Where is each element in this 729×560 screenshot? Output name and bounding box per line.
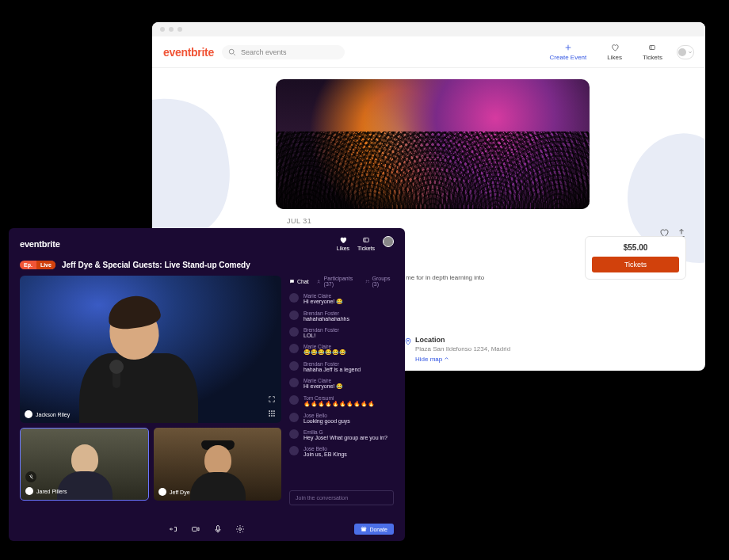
video-icon <box>191 524 200 534</box>
participant-video[interactable]: Jared Pillers <box>20 428 149 501</box>
svg-point-15 <box>368 280 368 281</box>
camera-button[interactable] <box>190 524 201 535</box>
chat-author: Marie Claire <box>303 344 346 349</box>
search-icon <box>228 48 236 56</box>
traffic-light-max[interactable] <box>177 27 182 32</box>
settings-button[interactable] <box>235 524 246 535</box>
price-card: $55.00 Tickets <box>585 236 686 280</box>
nav-tickets-label: Tickets <box>643 54 662 61</box>
search-placeholder: Search events <box>241 48 287 56</box>
chat-text: LOL! <box>303 333 339 338</box>
svg-rect-11 <box>271 415 273 417</box>
avatar-icon <box>289 446 299 455</box>
search-input[interactable]: Search events <box>222 45 345 59</box>
plus-icon <box>563 43 573 52</box>
chat-message: Marie Claire😂😂😂😂😂😂 <box>289 344 394 356</box>
nav-likes[interactable]: Likes <box>601 43 628 61</box>
participant-name: Jared Pillers <box>36 489 67 494</box>
donate-button[interactable]: Donate <box>354 524 394 535</box>
participant-video[interactable]: Jeff Dye <box>154 428 281 501</box>
event-hero-image <box>276 79 590 209</box>
tab-participants[interactable]: Participants (37) <box>317 276 357 287</box>
leave-button[interactable] <box>168 524 179 535</box>
nav-likes-label: Likes <box>607 54 622 61</box>
chat-author: Brendan Foster <box>303 361 361 367</box>
nav-create-event[interactable]: Create Event <box>544 43 594 61</box>
svg-rect-9 <box>273 413 275 414</box>
location-address: Plaza San Ildefonso 1234, Madrid <box>415 345 510 352</box>
chat-text: Join us, EB Kings <box>303 451 347 457</box>
eventbrite-logo[interactable]: eventbrite <box>163 46 214 59</box>
avatar-icon <box>289 395 299 405</box>
hide-map-toggle[interactable]: Hide map <box>415 356 510 363</box>
svg-rect-12 <box>273 415 275 417</box>
avatar-icon <box>678 48 686 56</box>
nav-create-label: Create Event <box>550 54 587 61</box>
avatar-icon <box>289 310 299 320</box>
chat-text: Hi everyone! 😂 <box>303 299 343 305</box>
chat-input[interactable]: Join the conversation <box>289 490 394 505</box>
mic-icon <box>213 524 223 534</box>
chat-message: Brendan FosterLOL! <box>289 327 394 338</box>
live-badge: Ep. Live <box>20 261 55 269</box>
eventbrite-logo[interactable]: eventbrite <box>20 239 60 249</box>
speaker-name-chip: Jackson Riley <box>25 410 70 418</box>
chat-text: hahahahahahahhs <box>303 316 349 322</box>
location-label: Location <box>415 336 510 344</box>
account-menu[interactable] <box>677 45 694 59</box>
chat-author: Emilia G <box>303 429 387 435</box>
live-stream-window: eventbrite Likes Tickets Ep. Live Jeff D… <box>9 228 405 541</box>
chat-text: Hi everyone! 😂 <box>303 383 343 390</box>
svg-rect-10 <box>269 415 270 417</box>
grid-icon <box>268 410 276 417</box>
donate-label: Donate <box>369 527 387 532</box>
avatar-icon <box>289 293 299 303</box>
traffic-light-min[interactable] <box>169 27 174 32</box>
badge-live: Live <box>36 261 55 269</box>
chat-author: Marie Claire <box>303 378 343 383</box>
map-pin-icon <box>404 337 412 345</box>
mic-button[interactable] <box>212 524 223 535</box>
chat-panel: Chat Participants (37) Groups (3) Marie … <box>289 276 394 505</box>
tickets-button[interactable]: Tickets <box>592 257 679 272</box>
svg-rect-5 <box>271 410 273 412</box>
svg-rect-4 <box>269 410 270 412</box>
chat-message: Jose BelloLooking good guys <box>289 413 394 424</box>
traffic-light-close[interactable] <box>160 27 165 32</box>
grid-button[interactable] <box>267 409 277 418</box>
svg-rect-8 <box>271 413 273 414</box>
exit-icon <box>169 524 178 534</box>
nav-likes[interactable]: Likes <box>337 236 349 251</box>
live-header: eventbrite Likes Tickets <box>9 228 405 256</box>
chat-text: Hey Jose! What group are you in? <box>303 435 387 440</box>
chat-message: Tom Cersumi🔥🔥🔥🔥🔥🔥🔥🔥🔥🔥 <box>289 395 394 407</box>
location-block: Location Plaza San Ildefonso 1234, Madri… <box>415 336 510 363</box>
avatar-icon <box>289 413 299 422</box>
svg-rect-6 <box>273 410 275 412</box>
nav-tickets[interactable]: Tickets <box>357 236 375 251</box>
expand-button[interactable] <box>267 394 277 404</box>
avatar-icon <box>289 344 299 353</box>
account-menu[interactable] <box>383 236 394 251</box>
avatar-icon <box>158 488 166 496</box>
nav-tickets[interactable]: Tickets <box>636 43 669 61</box>
tab-chat[interactable]: Chat <box>289 276 309 287</box>
gift-icon <box>361 526 367 532</box>
svg-point-0 <box>229 49 234 54</box>
main-video[interactable]: Jackson Riley <box>20 276 281 423</box>
tab-groups[interactable]: Groups (3) <box>365 276 394 287</box>
groups-icon <box>365 279 370 284</box>
chat-author: Tom Cersumi <box>303 395 375 401</box>
heart-icon <box>610 43 620 52</box>
chat-author: Brendan Foster <box>303 310 349 316</box>
chat-text: hahaha Jeff is a legend <box>303 367 361 372</box>
avatar-icon <box>25 410 32 418</box>
nav-likes-label: Likes <box>337 246 349 251</box>
svg-rect-1 <box>650 46 655 50</box>
svg-point-2 <box>407 340 409 341</box>
participant-name: Jeff Dye <box>170 490 190 495</box>
chat-message: Brendan Fosterhahaha Jeff is a legend <box>289 361 394 372</box>
chat-author: Jose Bello <box>303 446 347 451</box>
avatar-icon <box>383 236 394 247</box>
svg-point-14 <box>366 280 367 281</box>
